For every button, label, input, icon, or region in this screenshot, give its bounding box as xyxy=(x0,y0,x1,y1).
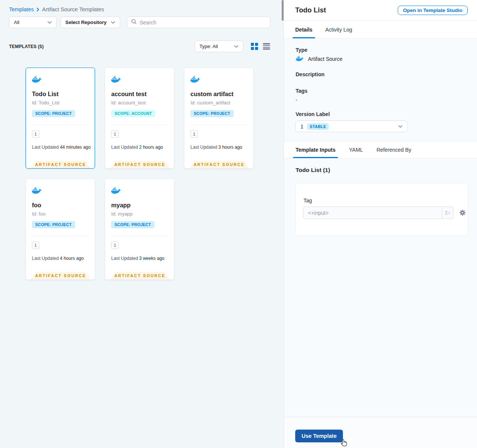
chevron-down-icon xyxy=(234,45,238,48)
last-updated: Last Updated2 hours ago xyxy=(111,145,163,150)
type-value-row: Artifact Source xyxy=(296,56,343,62)
stable-badge: STABLE xyxy=(307,123,329,130)
template-card-custom-artifact[interactable]: custom artifact Id: custom_artifact SCOP… xyxy=(184,68,254,169)
scope-filter-value: All xyxy=(14,20,44,25)
version-chip: 1 xyxy=(32,130,39,138)
scope-badge: SCOPE: PROJECT xyxy=(32,221,75,228)
template-name: foo xyxy=(32,202,41,209)
repository-filter-select[interactable]: Select Repository xyxy=(60,17,120,28)
description-label: Description xyxy=(296,71,325,77)
scope-badge: SCOPE: PROJECT xyxy=(111,221,154,228)
version-chip: 1 xyxy=(32,241,39,249)
tab-referenced-by[interactable]: Referenced By xyxy=(376,142,411,158)
version-value: 1 xyxy=(300,124,303,130)
search-input[interactable] xyxy=(140,20,266,26)
last-updated-label: Last Updated xyxy=(190,145,217,150)
card-divider xyxy=(111,236,168,236)
template-card-myapp[interactable]: myapp Id: myapp SCOPE: PROJECT 1 Last Up… xyxy=(105,179,174,280)
expression-sigma-icon[interactable]: Σx xyxy=(442,207,453,219)
template-name: custom artifact xyxy=(190,91,234,98)
tag-field-label: Tag xyxy=(303,198,312,204)
template-id: Id: myapp xyxy=(111,211,133,217)
artifact-source-ribbon: ARTIFACT SOURCE xyxy=(110,161,170,168)
last-updated-value: 2 hours ago xyxy=(139,145,163,150)
template-id: Id: account_test xyxy=(111,100,146,106)
artifact-source-ribbon: ARTIFACT SOURCE xyxy=(31,272,91,279)
chevron-down-icon xyxy=(47,21,52,24)
use-template-button[interactable]: Use Template xyxy=(295,430,343,442)
version-chip: 1 xyxy=(111,241,119,249)
last-updated-value: 4 hours ago xyxy=(60,256,83,261)
tab-details[interactable]: Details xyxy=(295,21,312,38)
tag-input-wrap: Σx xyxy=(303,207,453,219)
tag-field-row: Σx xyxy=(303,207,466,219)
artifact-source-ribbon: ARTIFACT SOURCE xyxy=(31,161,91,168)
last-updated-label: Last Updated xyxy=(111,145,138,150)
docker-icon xyxy=(190,75,201,84)
scope-badge: SCOPE: ACCOUNT xyxy=(111,110,155,117)
breadcrumb: Templates Artifact Source Templates xyxy=(9,6,104,12)
artifact-source-ribbon: ARTIFACT SOURCE xyxy=(189,161,249,168)
details-header: Todo List Open in Template Studio xyxy=(284,0,477,21)
breadcrumb-templates-link[interactable]: Templates xyxy=(9,6,34,12)
last-updated: Last Updated44 minutes ago xyxy=(32,145,91,150)
details-footer: Use Template xyxy=(284,417,477,448)
last-updated-label: Last Updated xyxy=(32,145,59,150)
open-in-template-studio-button[interactable]: Open in Template Studio xyxy=(398,6,468,15)
scope-badge: SCOPE: PROJECT xyxy=(190,110,234,117)
template-name: Todo List xyxy=(32,91,59,98)
repository-filter-value: Select Repository xyxy=(65,20,108,25)
tag-input[interactable] xyxy=(303,207,442,219)
chevron-down-icon xyxy=(111,21,115,24)
sigma-glyph: Σ xyxy=(445,210,448,216)
type-filter-select[interactable]: Type: All xyxy=(195,41,243,52)
version-label: Version Label xyxy=(296,111,330,117)
settings-gear-icon[interactable] xyxy=(459,209,466,216)
scope-filter-select[interactable]: All xyxy=(9,17,57,28)
chevron-down-icon xyxy=(398,125,403,128)
filter-row: All Select Repository xyxy=(9,17,270,28)
last-updated-value: 44 minutes ago xyxy=(60,145,91,150)
templates-list-panel: Templates Artifact Source Templates All … xyxy=(0,0,284,448)
last-updated: Last Updated3 weeks ago xyxy=(111,256,165,261)
tab-template-inputs[interactable]: Template Inputs xyxy=(296,142,335,158)
tab-yaml[interactable]: YAML xyxy=(349,142,363,158)
list-view-button[interactable] xyxy=(263,43,270,50)
artifact-source-ribbon: ARTIFACT SOURCE xyxy=(110,272,170,279)
last-updated-label: Last Updated xyxy=(111,256,138,261)
tab-activity-log[interactable]: Activity Log xyxy=(325,21,352,38)
chevron-right-icon xyxy=(36,8,39,12)
template-card-todo-list[interactable]: Todo List Id: Todo_List SCOPE: PROJECT 1… xyxy=(26,68,95,169)
inputs-heading: Todo List (1) xyxy=(296,167,330,173)
last-updated: Last Updated3 hours ago xyxy=(190,145,242,150)
tags-label: Tags xyxy=(296,88,308,94)
sigma-sup: x xyxy=(448,211,450,215)
template-card-foo[interactable]: foo Id: foo SCOPE: PROJECT 1 Last Update… xyxy=(26,179,95,280)
docker-icon xyxy=(32,75,42,84)
type-filter-value: Type: All xyxy=(199,44,231,49)
template-name: myapp xyxy=(111,202,131,209)
card-divider xyxy=(32,236,89,236)
details-tabs: Details Activity Log xyxy=(284,21,477,39)
version-select[interactable]: 1 STABLE xyxy=(295,121,408,132)
docker-icon xyxy=(296,56,304,62)
template-id: Id: foo xyxy=(32,211,45,217)
last-updated: Last Updated4 hours ago xyxy=(32,256,84,261)
view-toggles xyxy=(251,43,270,50)
card-divider xyxy=(111,125,168,125)
search-icon xyxy=(131,19,137,26)
grid-view-button[interactable] xyxy=(251,43,258,50)
last-updated-label: Last Updated xyxy=(32,256,59,261)
docker-icon xyxy=(111,187,122,195)
template-card-account-test[interactable]: account test Id: account_test SCOPE: ACC… xyxy=(105,68,174,169)
template-id: Id: custom_artifact xyxy=(190,100,230,106)
list-header: TEMPLATES (5) Type: All xyxy=(9,41,270,52)
docker-icon xyxy=(32,187,42,195)
last-updated-value: 3 hours ago xyxy=(218,145,242,150)
last-updated-value: 3 weeks ago xyxy=(139,256,164,261)
docker-icon xyxy=(111,75,122,84)
card-divider xyxy=(190,125,247,125)
search-box xyxy=(127,17,270,28)
page-title: Todo List xyxy=(295,6,326,14)
breadcrumb-current: Artifact Source Templates xyxy=(42,6,104,12)
